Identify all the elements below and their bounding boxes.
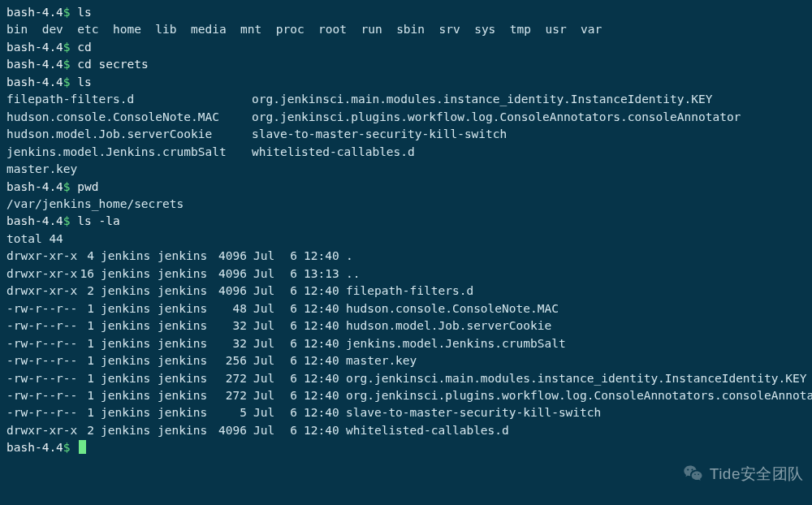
ls-row: hudson.console.ConsoleNote.MACorg.jenkin… bbox=[6, 109, 806, 126]
ls-root-output: bin dev etc home lib media mnt proc root… bbox=[6, 21, 806, 38]
ls-row: hudson.model.Job.serverCookieslave-to-ma… bbox=[6, 126, 806, 143]
lsla-total: total 44 bbox=[6, 231, 806, 248]
wechat-icon bbox=[682, 463, 705, 486]
ls-row: filepath-filters.dorg.jenkinsci.main.mod… bbox=[6, 91, 806, 108]
lsla-row: drwxr-xr-x16jenkinsjenkins4096Jul613:13.… bbox=[6, 265, 806, 283]
lsla-rows: drwxr-xr-x4jenkinsjenkins4096Jul612:40.d… bbox=[6, 248, 806, 439]
lsla-row: -rw-r--r--1jenkinsjenkins272Jul612:40org… bbox=[6, 370, 806, 387]
ls-secrets-output: filepath-filters.dorg.jenkinsci.main.mod… bbox=[6, 91, 806, 178]
prompt-line: bash-4.4$ ls -la bbox=[6, 213, 806, 230]
lsla-row: -rw-r--r--1jenkinsjenkins48Jul612:40huds… bbox=[6, 300, 806, 317]
lsla-row: -rw-r--r--1jenkinsjenkins272Jul612:40org… bbox=[6, 387, 806, 404]
pwd-output: /var/jenkins_home/secrets bbox=[6, 196, 806, 213]
prompt-line: bash-4.4$ pwd bbox=[6, 179, 806, 196]
lsla-row: -rw-r--r--1jenkinsjenkins5Jul612:40slave… bbox=[6, 404, 806, 421]
terminal-output[interactable]: bash-4.4$ ls bin dev etc home lib media … bbox=[6, 4, 806, 457]
prompt-line: bash-4.4$ cd secrets bbox=[6, 56, 806, 73]
watermark: Tide安全团队 bbox=[682, 463, 804, 486]
lsla-row: drwxr-xr-x4jenkinsjenkins4096Jul612:40. bbox=[6, 248, 806, 265]
watermark-text: Tide安全团队 bbox=[710, 463, 804, 486]
prompt-line-cursor[interactable]: bash-4.4$ bbox=[6, 439, 806, 456]
lsla-row: drwxr-xr-x2jenkinsjenkins4096Jul612:40fi… bbox=[6, 283, 806, 300]
lsla-row: -rw-r--r--1jenkinsjenkins32Jul612:40huds… bbox=[6, 317, 806, 335]
prompt-line: bash-4.4$ cd bbox=[6, 39, 806, 56]
prompt-line: bash-4.4$ ls bbox=[6, 4, 806, 21]
ls-row: jenkins.model.Jenkins.crumbSaltwhitelist… bbox=[6, 144, 806, 161]
prompt-line: bash-4.4$ ls bbox=[6, 74, 806, 91]
lsla-row: -rw-r--r--1jenkinsjenkins32Jul612:40jenk… bbox=[6, 335, 806, 352]
ls-row: master.key bbox=[6, 161, 806, 178]
cursor-icon bbox=[79, 440, 86, 454]
lsla-row: drwxr-xr-x2jenkinsjenkins4096Jul612:40wh… bbox=[6, 422, 806, 439]
lsla-row: -rw-r--r--1jenkinsjenkins256Jul612:40mas… bbox=[6, 352, 806, 369]
